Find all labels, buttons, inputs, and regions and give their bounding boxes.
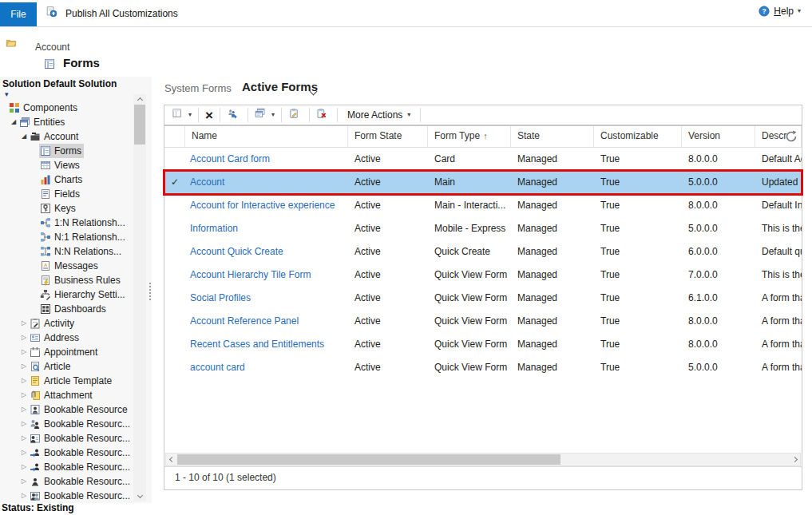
pane-splitter-handle[interactable] [148,283,152,308]
new-form-button[interactable]: ▾ [168,106,196,124]
expander-icon[interactable]: ▷ [22,446,29,460]
row-select-cell[interactable] [164,287,185,310]
expander-icon[interactable]: ▷ [22,431,29,446]
tree-item-business-rules[interactable]: Business Rules [0,273,133,287]
expander-icon[interactable]: ▷ [22,417,29,431]
grid-row-account-for-interactive-experience[interactable]: Account for Interactive experienceActive… [164,194,802,217]
deactivate-button[interactable] [312,106,335,124]
row-select-cell[interactable] [164,356,185,379]
tree-item-forms[interactable]: Forms [0,144,133,158]
cell-name[interactable]: Account Quick Create [185,240,348,263]
cell-name[interactable]: Information [185,217,348,240]
more-actions-button[interactable]: More Actions▾ [340,106,418,124]
row-select-cell[interactable] [164,194,185,217]
cell-name[interactable]: Account for Interactive experience [185,194,348,217]
tree-item-hierarchy-setti[interactable]: Hierarchy Setti... [0,287,133,302]
tree-item-bookable-resourc[interactable]: ▷Bookable Resourc... [0,460,133,474]
expander-icon[interactable]: ▷ [22,460,29,474]
grid-row-account[interactable]: ✓AccountActiveMainManagedTrue5.0.0.0Upda… [164,171,802,194]
tree-item-dashboards[interactable]: Dashboards [0,302,133,316]
expander-icon[interactable]: ▷ [22,489,29,501]
tree-item-attachment[interactable]: ▷Attachment [0,388,133,402]
tree-item-n-n-relations[interactable]: N:N Relations... [0,244,133,259]
collapse-triangle-icon[interactable]: ▾ [5,90,9,98]
form-order-button[interactable]: ▾ [251,106,279,124]
selected-check-icon[interactable]: ✓ [164,171,185,194]
tree-item-bookable-resourc[interactable]: ▷Bookable Resourc... [0,474,133,489]
column-header-name[interactable]: Name [185,126,348,147]
cell-name[interactable]: Account Reference Panel [185,310,348,333]
cell-name[interactable]: Social Profiles [185,287,348,310]
column-header-customizable[interactable]: Customizable [594,126,682,147]
tree-item-charts[interactable]: Charts [0,172,133,187]
expander-icon[interactable]: ▷ [22,374,29,388]
tree-item-address[interactable]: ▷Address [0,331,133,345]
enable-security-roles-button[interactable] [223,106,245,124]
cell-name[interactable]: Account [185,171,348,194]
publish-all-customizations-button[interactable]: Publish All Customizations [46,4,178,23]
tree-item-entities[interactable]: ◢Entities [0,115,133,129]
row-select-cell[interactable] [164,333,185,356]
expander-icon[interactable]: ◢ [11,115,18,129]
row-select-cell[interactable] [164,263,185,287]
horizontal-scrollbar[interactable] [165,453,801,466]
scroll-left-arrow-icon[interactable] [166,454,177,465]
column-header-form-type[interactable]: Form Type↑ [428,126,511,147]
expander-icon[interactable]: ▷ [22,402,29,417]
tree-item-views[interactable]: Views [0,158,133,172]
column-header-state[interactable]: State [511,126,594,147]
expander-icon[interactable]: ◢ [22,129,29,144]
grid-row-recent-cases-and-entitlements[interactable]: Recent Cases and EntitlementsActiveQuick… [164,333,802,356]
tree-item-account[interactable]: ◢Account [0,129,133,144]
cell-name[interactable]: Account Card form [185,148,348,171]
tree-item-bookable-resourc[interactable]: ▷Bookable Resourc... [0,446,133,460]
activate-button[interactable] [284,106,307,124]
grid-row-account-quick-create[interactable]: Account Quick CreateActiveQuick CreateMa… [164,240,802,263]
cell-name[interactable]: Account Hierarchy Tile Form [185,263,348,287]
file-tab[interactable]: File [0,2,37,26]
tree-item-bookable-resource[interactable]: ▷Bookable Resource [0,402,133,417]
grid-row-account-card-form[interactable]: Account Card formActiveCardManagedTrue8.… [164,148,802,171]
tree-item-bookable-resourc[interactable]: ▷Bookable Resourc... [0,431,133,446]
scroll-right-arrow-icon[interactable] [789,454,800,465]
row-select-cell[interactable] [164,217,185,240]
tree-item-activity[interactable]: ▷Activity [0,316,133,331]
tree-item-article-template[interactable]: ▷Article Template [0,374,133,388]
grid-row-account-hierarchy-tile-form[interactable]: Account Hierarchy Tile FormActiveQuick V… [164,263,802,287]
expander-icon[interactable]: ▷ [22,316,29,331]
tree-item-bookable-resourc[interactable]: ▷Bookable Resourc... [0,417,133,431]
row-select-cell[interactable] [164,240,185,263]
horizontal-scrollbar-thumb[interactable] [177,454,560,465]
select-all-column-header[interactable] [164,126,185,147]
delete-form-button[interactable]: × [201,106,217,124]
expander-icon[interactable]: ▷ [22,345,29,359]
grid-row-social-profiles[interactable]: Social ProfilesActiveQuick View FormMana… [164,287,802,310]
column-header-version[interactable]: Version [682,126,755,147]
view-selector[interactable]: Active Forms [242,80,318,93]
refresh-icon[interactable] [785,130,798,143]
tree-item-fields[interactable]: Fields [0,187,133,201]
tree-item-n-1-relationsh[interactable]: N:1 Relationsh... [0,230,133,244]
tree-item-keys[interactable]: Keys [0,201,133,216]
cell-name[interactable]: account card [185,356,348,379]
tree-item-components[interactable]: Components [0,101,133,115]
scroll-down-arrow-icon[interactable] [133,489,146,501]
row-select-cell[interactable] [164,310,185,333]
grid-row-account-card[interactable]: account cardActiveQuick View FormManaged… [164,356,802,379]
tree-item-1-n-relationsh[interactable]: 1:N Relationsh... [0,216,133,230]
help-menu[interactable]: ? Help ▾ [759,6,801,17]
tree-item-messages[interactable]: AMessages [0,259,133,273]
column-header-form-state[interactable]: Form State [348,126,428,147]
sidebar-scrollbar[interactable] [133,94,146,501]
cell-name[interactable]: Recent Cases and Entitlements [185,333,348,356]
grid-row-information[interactable]: InformationActiveMobile - ExpressManaged… [164,217,802,240]
expander-icon[interactable]: ▷ [22,388,29,402]
tree-item-bookable-resourc[interactable]: ▷Bookable Resourc... [0,489,133,501]
sidebar-scrollbar-thumb[interactable] [134,105,145,145]
row-select-cell[interactable] [164,148,185,171]
tree-item-article[interactable]: ▷Article [0,359,133,374]
tree-item-appointment[interactable]: ▷Appointment [0,345,133,359]
expander-icon[interactable]: ▷ [22,331,29,345]
expander-icon[interactable]: ▷ [22,359,29,374]
grid-row-account-reference-panel[interactable]: Account Reference PanelActiveQuick View … [164,310,802,333]
